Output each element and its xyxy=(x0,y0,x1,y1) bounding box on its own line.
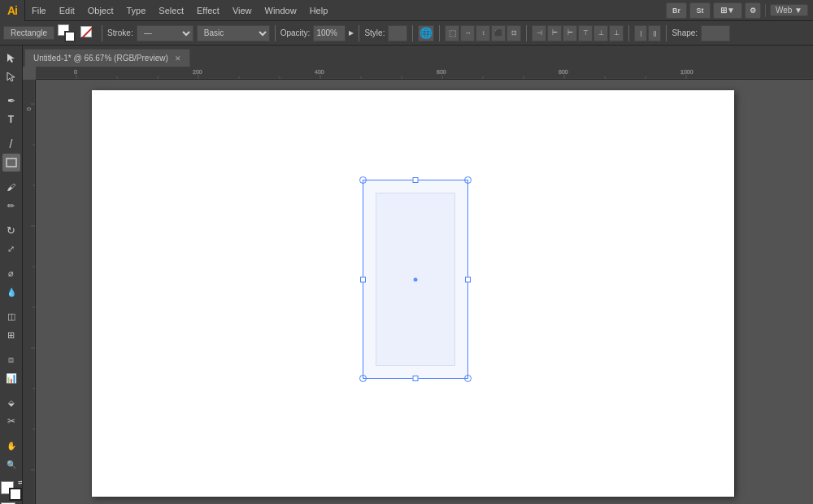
stroke-type-select[interactable]: Basic xyxy=(197,25,270,41)
svg-rect-0 xyxy=(7,159,16,167)
align-right[interactable]: ⊢ xyxy=(563,25,577,41)
menu-select[interactable]: Select xyxy=(152,0,190,20)
menu-effect[interactable]: Effect xyxy=(190,0,226,20)
line-tool[interactable]: / xyxy=(2,135,20,153)
ruler-horizontal: 0 200 400 600 800 1000 xyxy=(36,67,813,80)
svg-text:1000: 1000 xyxy=(680,69,693,75)
pen-tools: ✒ T xyxy=(2,92,20,128)
workspace-switcher[interactable]: ⊞▼ xyxy=(713,2,742,19)
eyedropper-tool[interactable]: 💧 xyxy=(2,283,20,301)
selection-tool[interactable] xyxy=(2,49,20,67)
selection-tools xyxy=(2,49,20,85)
settings-icon[interactable]: ⚙ xyxy=(745,2,761,19)
fill-swatch[interactable] xyxy=(58,24,76,42)
blend-tool[interactable]: ⌀ xyxy=(2,264,20,282)
doc-tab-bar: Untitled-1* @ 66.67% (RGB/Preview) ✕ xyxy=(23,46,813,67)
mesh-tool[interactable]: ⊞ xyxy=(2,326,20,344)
svg-text:800: 800 xyxy=(559,69,568,75)
handle-br-circle[interactable] xyxy=(464,375,472,382)
handle-tl-circle[interactable] xyxy=(359,176,367,184)
stroke-icon-button[interactable] xyxy=(79,24,97,42)
selected-object[interactable] xyxy=(363,180,468,379)
separator xyxy=(765,4,766,17)
view-tools: ✋ 🔍 xyxy=(2,437,20,473)
hand-tool[interactable]: ✋ xyxy=(2,437,20,454)
align-top[interactable]: ⊤ xyxy=(578,25,593,41)
tool-name: Rectangle xyxy=(3,26,54,40)
chart-tool[interactable]: 📊 xyxy=(2,369,20,387)
handle-tm[interactable] xyxy=(413,177,419,183)
web-label[interactable]: Web ▼ xyxy=(770,4,808,16)
menu-view[interactable]: View xyxy=(226,0,259,20)
pencil-tool[interactable]: ✏ xyxy=(2,197,20,215)
style-preview[interactable] xyxy=(388,25,407,41)
canvas-area[interactable]: Untitled-1* @ 66.67% (RGB/Preview) ✕ 0 2… xyxy=(23,46,813,504)
align-bottom[interactable]: ⊥ xyxy=(609,25,624,41)
direct-selection-tool[interactable] xyxy=(2,67,20,85)
line-tools: / xyxy=(2,135,20,172)
distribute-2[interactable]: || xyxy=(648,25,661,41)
transform-btn-2[interactable]: ↔ xyxy=(460,25,475,41)
opacity-arrow[interactable]: ▶ xyxy=(349,29,354,37)
align-buttons: ⊣ ⊢ ⊢ ⊤ ⊥ ⊥ xyxy=(532,25,624,41)
handle-tr-circle[interactable] xyxy=(464,176,472,184)
align-center-h[interactable]: ⊢ xyxy=(547,25,562,41)
opacity-input[interactable] xyxy=(313,25,346,41)
slice-tool[interactable]: ⬙ xyxy=(2,393,20,411)
menu-window[interactable]: Window xyxy=(259,0,303,20)
gradient-tool[interactable]: ◫ xyxy=(2,307,20,325)
separator1 xyxy=(102,25,102,41)
rotate-tool[interactable]: ↻ xyxy=(2,221,20,239)
separator6 xyxy=(526,25,527,41)
doc-tab-close[interactable]: ✕ xyxy=(175,54,181,63)
transform-btn-1[interactable]: ⬚ xyxy=(445,25,459,41)
style-label: Style: xyxy=(364,28,385,37)
options-bar: Rectangle Stroke: — Basic Opacity: ▶ Sty… xyxy=(0,21,813,46)
opacity-label: Opacity: xyxy=(280,28,311,37)
transform-tools: ↻ ⤢ xyxy=(2,221,20,258)
shape-preview[interactable] xyxy=(701,25,730,41)
color-controls: ⇄ xyxy=(0,481,23,504)
handle-lm[interactable] xyxy=(360,276,366,282)
stock-button[interactable]: St xyxy=(689,2,711,19)
scissors-tool[interactable]: ✂ xyxy=(2,412,20,430)
transform-btn-5[interactable]: ⊡ xyxy=(506,25,521,41)
zoom-tool[interactable]: 🔍 xyxy=(2,455,20,473)
separator8 xyxy=(666,25,667,41)
menu-bar: Ai File Edit Object Type Select Effect V… xyxy=(0,0,813,21)
handle-bl-circle[interactable] xyxy=(359,375,367,382)
ruler-vertical: 0 xyxy=(23,80,36,504)
pen-tool[interactable]: ✒ xyxy=(2,92,20,110)
separator3 xyxy=(359,25,359,41)
menu-file[interactable]: File xyxy=(25,0,53,20)
globe-button[interactable]: 🌐 xyxy=(418,25,434,41)
menu-type[interactable]: Type xyxy=(120,0,153,20)
transform-btn-3[interactable]: ↕ xyxy=(476,25,490,41)
handle-rm[interactable] xyxy=(465,276,471,282)
transform-btn-4[interactable]: ⬛ xyxy=(491,25,506,41)
menu-object[interactable]: Object xyxy=(81,0,120,20)
stroke-label: Stroke: xyxy=(107,28,133,37)
document-tab[interactable]: Untitled-1* @ 66.67% (RGB/Preview) ✕ xyxy=(24,49,190,67)
fill-stroke-controls: ⇄ xyxy=(1,481,22,501)
menu-help[interactable]: Help xyxy=(303,0,335,20)
distribute-1[interactable]: | xyxy=(634,25,647,41)
handle-bm[interactable] xyxy=(413,376,419,381)
svg-text:200: 200 xyxy=(193,69,202,75)
stroke-weight-select[interactable]: — xyxy=(137,25,193,41)
paintbrush-tool[interactable]: 🖌 xyxy=(2,178,20,196)
menu-edit[interactable]: Edit xyxy=(53,0,81,20)
stroke-color xyxy=(64,31,76,42)
bridge-button[interactable]: Br xyxy=(666,2,687,19)
rect-tool[interactable] xyxy=(2,154,20,172)
type-tool[interactable]: T xyxy=(2,111,20,128)
main-area: ✒ T / 🖌 ✏ ↻ ⤢ ⌀ 💧 xyxy=(0,46,813,504)
scale-tool[interactable]: ⤢ xyxy=(2,240,20,258)
symbol-tool[interactable]: ⧈ xyxy=(2,350,20,368)
rect-content xyxy=(376,193,455,366)
stroke-control[interactable] xyxy=(9,488,22,501)
svg-text:600: 600 xyxy=(437,69,446,75)
ai-logo[interactable]: Ai xyxy=(0,0,25,21)
align-center-v[interactable]: ⊥ xyxy=(593,25,608,41)
align-left[interactable]: ⊣ xyxy=(532,25,546,41)
